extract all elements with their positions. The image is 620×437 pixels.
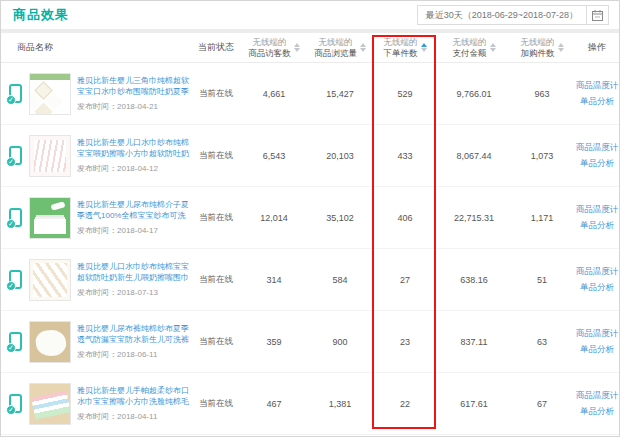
mobile-online-icon <box>9 84 22 103</box>
sort-icon[interactable] <box>294 43 300 52</box>
publish-date: 发布时间：2018-04-17 <box>77 225 191 236</box>
cell-visitors: 12,014 <box>241 213 307 223</box>
product-thermometer-link[interactable]: 商品温度计 <box>576 328 619 340</box>
product-title-link[interactable]: 雅贝比新生婴儿口水巾纱布纯棉宝宝喂奶擦嘴小方巾超软防吐奶 <box>77 137 191 159</box>
column-header-visitors[interactable]: 无线端的 商品访客数 <box>241 37 307 59</box>
publish-date: 发布时间：2018-04-12 <box>77 163 191 174</box>
column-header-payment[interactable]: 无线端的 支付金额 <box>437 37 511 59</box>
publish-date-value: 2018-07-13 <box>117 288 158 297</box>
publish-date-value: 2018-04-12 <box>117 164 158 173</box>
product-thermometer-link[interactable]: 商品温度计 <box>576 80 619 92</box>
publish-date: 发布时间：2018-06-11 <box>77 349 191 360</box>
cell-status: 当前在线 <box>191 212 241 224</box>
date-range-picker[interactable]: 最近30天（2018-06-29~2018-07-28） <box>417 5 609 25</box>
cell-orders: 23 <box>373 337 437 347</box>
mobile-online-icon <box>9 332 22 351</box>
product-title-link[interactable]: 雅贝比新生婴儿尿布纯棉介子夏季透气100%全棉宝宝纱布可洗 <box>77 199 191 221</box>
cell-actions: 商品温度计 单品分析 <box>573 204 620 232</box>
cell-pageviews: 20,103 <box>307 151 373 161</box>
product-title-link[interactable]: 雅贝比新生婴儿手帕超柔纱布口水巾宝宝擦嘴小方巾洗脸纯棉毛 <box>77 385 191 407</box>
column-header-pageviews[interactable]: 无线端的 商品浏览量 <box>307 37 373 59</box>
mobile-online-icon <box>9 394 22 413</box>
single-item-analysis-link[interactable]: 单品分析 <box>580 406 614 418</box>
product-thumbnail[interactable] <box>29 73 71 115</box>
publish-date: 发布时间：2018-04-21 <box>77 101 191 112</box>
publish-date-label: 发布时间： <box>77 102 117 111</box>
date-range-text[interactable]: 最近30天（2018-06-29~2018-07-28） <box>418 6 586 24</box>
cell-orders: 27 <box>373 275 437 285</box>
cell-cart-adds: 63 <box>511 337 573 347</box>
product-thumbnail[interactable] <box>29 321 71 363</box>
product-title-link[interactable]: 雅贝比婴儿尿布裤纯棉纱布夏季透气防漏宝宝防水新生儿可洗裤 <box>77 323 191 345</box>
mobile-online-icon <box>9 208 22 227</box>
cell-payment: 837.11 <box>437 337 511 347</box>
check-badge-icon <box>6 157 16 167</box>
table-header: 商品名称 当前状态 无线端的 商品访客数 无线端的 商品浏览量 <box>1 33 619 63</box>
publish-date-label: 发布时间： <box>77 164 117 173</box>
cell-status: 当前在线 <box>191 398 241 410</box>
publish-date-value: 2018-04-17 <box>117 226 158 235</box>
cell-payment: 8,067.44 <box>437 151 511 161</box>
single-item-analysis-link[interactable]: 单品分析 <box>580 220 614 232</box>
sort-icon[interactable] <box>360 43 366 52</box>
single-item-analysis-link[interactable]: 单品分析 <box>580 96 614 108</box>
sort-icon[interactable] <box>490 43 496 52</box>
product-thermometer-link[interactable]: 商品温度计 <box>576 142 619 154</box>
cell-payment: 22,715.31 <box>437 213 511 223</box>
column-header-actions: 操作 <box>573 41 620 54</box>
product-thermometer-link[interactable]: 商品温度计 <box>576 390 619 402</box>
cell-cart-adds: 67 <box>511 399 573 409</box>
publish-date-value: 2018-06-11 <box>117 350 157 359</box>
table-row: 雅贝比新生婴儿三角巾纯棉超软宝宝口水巾纱布围嘴防吐奶夏季 发布时间：2018-0… <box>1 63 619 125</box>
product-title-link[interactable]: 雅贝比新生婴儿三角巾纯棉超软宝宝口水巾纱布围嘴防吐奶夏季 <box>77 75 191 97</box>
publish-date: 发布时间：2018-07-13 <box>77 287 191 298</box>
cell-status: 当前在线 <box>191 336 241 348</box>
product-thumbnail[interactable] <box>29 197 71 239</box>
cell-product: 雅贝比婴儿口水巾纱布纯棉宝宝超软防吐奶新生儿喂奶擦嘴围巾 发布时间：2018-0… <box>1 259 191 301</box>
column-header-orders[interactable]: 无线端的 下单件数 <box>373 37 437 59</box>
cell-product: 雅贝比新生婴儿口水巾纱布纯棉宝宝喂奶擦嘴小方巾超软防吐奶 发布时间：2018-0… <box>1 135 191 177</box>
cell-visitors: 314 <box>241 275 307 285</box>
table-row: 雅贝比婴儿尿布裤纯棉纱布夏季透气防漏宝宝防水新生儿可洗裤 发布时间：2018-0… <box>1 311 619 373</box>
cell-actions: 商品温度计 单品分析 <box>573 328 620 356</box>
table-row: 雅贝比新生婴儿尿布纯棉介子夏季透气100%全棉宝宝纱布可洗 发布时间：2018-… <box>1 187 619 249</box>
cell-product: 雅贝比婴儿尿布裤纯棉纱布夏季透气防漏宝宝防水新生儿可洗裤 发布时间：2018-0… <box>1 321 191 363</box>
sort-icon-active[interactable] <box>421 43 427 52</box>
cell-cart-adds: 963 <box>511 89 573 99</box>
cell-payment: 638.16 <box>437 275 511 285</box>
sort-icon[interactable] <box>558 43 564 52</box>
calendar-icon[interactable] <box>586 6 608 24</box>
cell-visitors: 359 <box>241 337 307 347</box>
single-item-analysis-link[interactable]: 单品分析 <box>580 344 614 356</box>
cell-orders: 22 <box>373 399 437 409</box>
product-thermometer-link[interactable]: 商品温度计 <box>576 204 619 216</box>
cell-pageviews: 584 <box>307 275 373 285</box>
mobile-online-icon <box>9 270 22 289</box>
cell-product: 雅贝比新生婴儿手帕超柔纱布口水巾宝宝擦嘴小方巾洗脸纯棉毛 发布时间：2018-0… <box>1 383 191 425</box>
check-badge-icon <box>6 405 16 415</box>
cell-status: 当前在线 <box>191 88 241 100</box>
product-thumbnail[interactable] <box>29 259 71 301</box>
cell-status: 当前在线 <box>191 274 241 286</box>
product-title-link[interactable]: 雅贝比婴儿口水巾纱布纯棉宝宝超软防吐奶新生儿喂奶擦嘴围巾 <box>77 261 191 283</box>
product-thermometer-link[interactable]: 商品温度计 <box>576 266 619 278</box>
column-header-cart-adds[interactable]: 无线端的 加购件数 <box>511 37 573 59</box>
single-item-analysis-link[interactable]: 单品分析 <box>580 158 614 170</box>
check-badge-icon <box>6 281 16 291</box>
product-thumbnail[interactable] <box>29 135 71 177</box>
single-item-analysis-link[interactable]: 单品分析 <box>580 282 614 294</box>
table-row: 雅贝比新生婴儿口水巾纱布纯棉宝宝喂奶擦嘴小方巾超软防吐奶 发布时间：2018-0… <box>1 125 619 187</box>
cell-payment: 617.61 <box>437 399 511 409</box>
check-badge-icon <box>6 343 16 353</box>
publish-date: 发布时间：2018-04-11 <box>77 411 191 422</box>
cell-cart-adds: 51 <box>511 275 573 285</box>
product-table-card: 商品名称 当前状态 无线端的 商品访客数 无线端的 商品浏览量 <box>1 33 619 436</box>
cell-orders: 433 <box>373 151 437 161</box>
publish-date-label: 发布时间： <box>77 288 117 297</box>
product-thumbnail[interactable] <box>29 383 71 425</box>
table-body: 雅贝比新生婴儿三角巾纯棉超软宝宝口水巾纱布围嘴防吐奶夏季 发布时间：2018-0… <box>1 63 619 435</box>
cell-pageviews: 900 <box>307 337 373 347</box>
cell-pageviews: 15,427 <box>307 89 373 99</box>
cell-orders: 406 <box>373 213 437 223</box>
mobile-online-icon <box>9 146 22 165</box>
